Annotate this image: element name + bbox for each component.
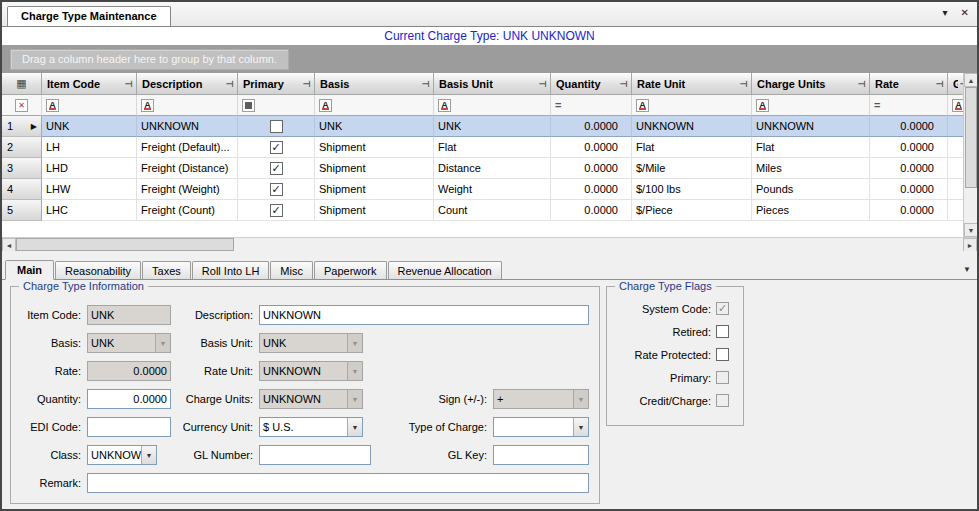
remark-input[interactable]	[87, 473, 589, 493]
grid-cell-rate[interactable]: 0.0000	[870, 200, 948, 221]
tab-revenue-allocation[interactable]: Revenue Allocation	[388, 261, 502, 279]
grid-cell-description[interactable]: Freight (Weight)	[137, 179, 238, 200]
tab-taxes[interactable]: Taxes	[142, 261, 191, 279]
grid-cell-g[interactable]	[948, 137, 963, 158]
grid-cell-charge-units[interactable]: Flat	[752, 137, 870, 158]
filter-cell-basis[interactable]: A	[315, 95, 434, 116]
grid-cell-basis[interactable]: UNK	[315, 116, 434, 137]
group-by-area[interactable]: Drag a column header here to group by th…	[2, 45, 977, 73]
row-selector[interactable]: 1▶	[2, 116, 42, 137]
pin-icon[interactable]: ⊣	[740, 79, 748, 89]
class-combo[interactable]: UNKNOWN ▼	[87, 445, 157, 465]
grid-cell-basis-unit[interactable]: Distance	[434, 158, 551, 179]
grid-cell-basis[interactable]: Shipment	[315, 179, 434, 200]
filter-cell-quantity[interactable]: =	[551, 95, 632, 116]
description-input[interactable]	[259, 305, 589, 325]
gl-key-input[interactable]	[493, 445, 589, 465]
row-selector[interactable]: 2	[2, 137, 42, 158]
column-header-primary[interactable]: Primary⊣	[238, 73, 315, 95]
grid-cell-primary[interactable]	[238, 116, 315, 137]
filter-cell-item-code[interactable]: A	[42, 95, 137, 116]
tab-paperwork[interactable]: Paperwork	[314, 261, 387, 279]
grid-cell-quantity[interactable]: 0.0000	[551, 179, 632, 200]
tab-overflow-icon[interactable]: ▼	[963, 265, 971, 274]
grid-row-5[interactable]: 5LHCFreight (Count)ShipmentCount0.0000$/…	[2, 200, 963, 221]
pin-icon[interactable]: ⊣	[620, 79, 628, 89]
grid-cell-quantity[interactable]: 0.0000	[551, 200, 632, 221]
column-header-item-code[interactable]: Item Code⊣	[42, 73, 137, 95]
row-selector[interactable]: 5	[2, 200, 42, 221]
pin-icon[interactable]: ⊣	[303, 79, 311, 89]
currency-unit-combo[interactable]: $ U.S. ▼	[259, 417, 363, 437]
grid-cell-charge-units[interactable]: Pieces	[752, 200, 870, 221]
chevron-down-icon[interactable]: ▼	[141, 446, 156, 464]
pin-icon[interactable]: ⊣	[125, 79, 133, 89]
grid-cell-basis[interactable]: Shipment	[315, 158, 434, 179]
grid-cell-basis-unit[interactable]: Count	[434, 200, 551, 221]
column-header-basis[interactable]: Basis⊣	[315, 73, 434, 95]
filter-cell-g[interactable]: A	[948, 95, 963, 116]
grid-cell-rate[interactable]: 0.0000	[870, 158, 948, 179]
grid-cell-rate-unit[interactable]: $/Mile	[632, 158, 752, 179]
grid-cell-rate-unit[interactable]: $/Piece	[632, 200, 752, 221]
grid-cell-description[interactable]: Freight (Distance)	[137, 158, 238, 179]
grid-cell-g[interactable]	[948, 116, 963, 137]
grid-cell-basis-unit[interactable]: Weight	[434, 179, 551, 200]
grid-row-2[interactable]: 2LHFreight (Default)...ShipmentFlat0.000…	[2, 137, 963, 158]
grid-horizontal-scrollbar[interactable]: ◄ ►	[2, 237, 977, 251]
grid-vertical-scrollbar[interactable]: ▲ ▼	[963, 73, 977, 237]
pin-icon[interactable]: ⊣	[226, 79, 234, 89]
grid-cell-rate[interactable]: 0.0000	[870, 137, 948, 158]
filter-cell-primary[interactable]	[238, 95, 315, 116]
scroll-down-icon[interactable]: ▼	[964, 223, 977, 237]
grid-row-3[interactable]: 3LHDFreight (Distance)ShipmentDistance0.…	[2, 158, 963, 179]
column-header-description[interactable]: Description⊣	[137, 73, 238, 95]
grid-cell-basis[interactable]: Shipment	[315, 200, 434, 221]
column-header-g[interactable]: G⊣	[948, 73, 963, 95]
filter-row-selector[interactable]: ✕	[2, 95, 42, 116]
tab-roll-into-lh[interactable]: Roll Into LH	[192, 261, 269, 279]
row-selector[interactable]: 3	[2, 158, 42, 179]
grid-cell-item-code[interactable]: LH	[42, 137, 137, 158]
vertical-scroll-thumb[interactable]	[965, 87, 977, 188]
chevron-down-icon[interactable]: ▼	[347, 418, 362, 436]
grid-cell-quantity[interactable]: 0.0000	[551, 116, 632, 137]
column-header-basis-unit[interactable]: Basis Unit⊣	[434, 73, 551, 95]
primary-checkbox[interactable]	[270, 183, 283, 196]
grid-cell-rate-unit[interactable]: Flat	[632, 137, 752, 158]
grid-cell-charge-units[interactable]: Miles	[752, 158, 870, 179]
grid-cell-rate-unit[interactable]: $/100 lbs	[632, 179, 752, 200]
grid-cell-charge-units[interactable]: Pounds	[752, 179, 870, 200]
horizontal-scroll-thumb[interactable]	[16, 238, 234, 251]
grid-cell-quantity[interactable]: 0.0000	[551, 137, 632, 158]
chevron-down-icon[interactable]: ▼	[573, 418, 588, 436]
grid-cell-basis-unit[interactable]: Flat	[434, 137, 551, 158]
grid-cell-g[interactable]	[948, 200, 963, 221]
window-menu-icon[interactable]: ▾	[943, 8, 948, 18]
grid-cell-g[interactable]	[948, 158, 963, 179]
pin-icon[interactable]: ⊣	[936, 79, 944, 89]
primary-checkbox[interactable]	[270, 162, 283, 175]
grid-cell-item-code[interactable]: LHW	[42, 179, 137, 200]
window-tab-charge-type-maintenance[interactable]: Charge Type Maintenance	[7, 6, 171, 26]
tab-misc[interactable]: Misc	[270, 261, 313, 279]
gl-number-input[interactable]	[259, 445, 371, 465]
grid-cell-primary[interactable]	[238, 137, 315, 158]
grid-cell-description[interactable]: Freight (Count)	[137, 200, 238, 221]
scroll-up-icon[interactable]: ▲	[964, 73, 977, 87]
retired-checkbox[interactable]	[716, 325, 729, 338]
grid-cell-primary[interactable]	[238, 158, 315, 179]
filter-cell-charge-units[interactable]: A	[752, 95, 870, 116]
primary-checkbox[interactable]	[270, 120, 283, 133]
column-header-rate-unit[interactable]: Rate Unit⊣	[632, 73, 752, 95]
filter-cell-rate[interactable]: =	[870, 95, 948, 116]
column-header-quantity[interactable]: Quantity⊣	[551, 73, 632, 95]
filter-cell-basis-unit[interactable]: A	[434, 95, 551, 116]
grid-cell-quantity[interactable]: 0.0000	[551, 158, 632, 179]
column-header-rate[interactable]: Rate⊣	[870, 73, 948, 95]
column-header-charge-units[interactable]: Charge Units⊣	[752, 73, 870, 95]
grid-cell-item-code[interactable]: LHD	[42, 158, 137, 179]
pin-icon[interactable]: ⊣	[422, 79, 430, 89]
grid-cell-g[interactable]	[948, 179, 963, 200]
grid-cell-rate-unit[interactable]: UNKNOWN	[632, 116, 752, 137]
